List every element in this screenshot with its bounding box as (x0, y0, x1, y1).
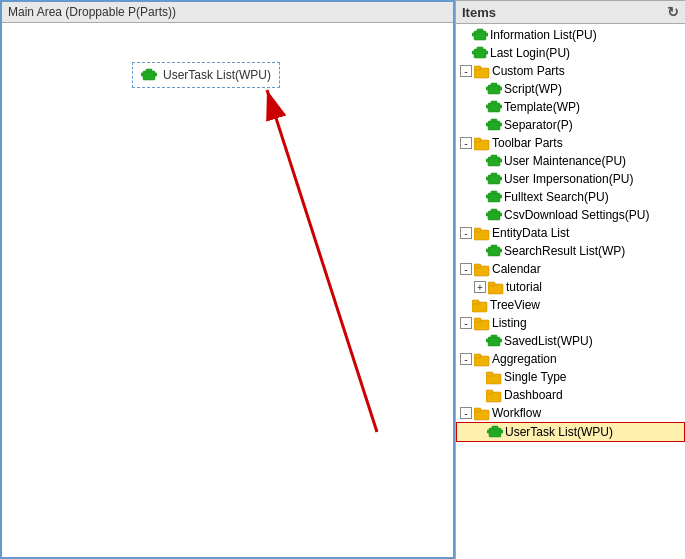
item-label: UserTask List(WPU) (505, 425, 613, 439)
svg-rect-33 (491, 155, 497, 158)
folder-icon (486, 387, 502, 403)
toggle-collapse[interactable]: - (460, 353, 472, 365)
svg-rect-60 (488, 337, 500, 346)
tree-item-separator[interactable]: Separator(P) (456, 116, 685, 134)
item-label: User Impersonation(PU) (504, 172, 633, 186)
toggle-collapse[interactable]: - (460, 65, 472, 77)
tree-item-toolbar-parts[interactable]: - Toolbar Parts (456, 134, 685, 152)
svg-rect-75 (492, 426, 498, 429)
item-label: Information List(PU) (490, 28, 597, 42)
svg-rect-23 (491, 101, 497, 104)
tree-item-single-type[interactable]: Single Type (456, 368, 685, 386)
svg-rect-47 (474, 228, 481, 232)
items-title: Items (462, 5, 496, 20)
svg-rect-32 (499, 159, 502, 162)
svg-rect-71 (474, 408, 481, 412)
drop-item-label: UserTask List(WPU) (163, 68, 271, 82)
tree-item-user-impersonation[interactable]: User Impersonation(PU) (456, 170, 685, 188)
item-label: TreeView (490, 298, 540, 312)
svg-rect-62 (499, 339, 502, 342)
svg-rect-63 (491, 335, 497, 338)
right-panel: Items ↻ Information List(PU) Last Login(… (455, 0, 685, 559)
item-label: SavedList(WPU) (504, 334, 593, 348)
svg-rect-57 (472, 300, 479, 304)
tree-item-fulltext-search[interactable]: Fulltext Search(PU) (456, 188, 685, 206)
component-icon (472, 45, 488, 61)
item-label: Toolbar Parts (492, 136, 563, 150)
svg-rect-29 (474, 138, 481, 142)
svg-rect-34 (488, 175, 500, 184)
svg-rect-65 (474, 354, 481, 358)
svg-rect-37 (491, 173, 497, 176)
svg-rect-1 (141, 73, 144, 76)
item-label: Separator(P) (504, 118, 573, 132)
component-icon (486, 99, 502, 115)
svg-rect-17 (486, 87, 489, 90)
component-icon (486, 207, 502, 223)
svg-rect-53 (474, 264, 481, 268)
right-panel-header: Items ↻ (456, 1, 685, 24)
folder-icon (474, 315, 490, 331)
tree-item-last-login[interactable]: Last Login(PU) (456, 44, 685, 62)
svg-rect-8 (485, 33, 488, 36)
tree-item-script[interactable]: Script(WP) (456, 80, 685, 98)
tree-item-listing[interactable]: - Listing (456, 314, 685, 332)
item-label: Custom Parts (492, 64, 565, 78)
tree-item-searchresult-list[interactable]: SearchResult List(WP) (456, 242, 685, 260)
tree-item-usertask-list[interactable]: UserTask List(WPU) (456, 422, 685, 442)
svg-rect-11 (472, 51, 475, 54)
toggle-collapse[interactable]: - (460, 317, 472, 329)
toggle-collapse[interactable]: - (460, 407, 472, 419)
item-label: Calendar (492, 262, 541, 276)
svg-rect-22 (499, 105, 502, 108)
tree-item-template[interactable]: Template(WP) (456, 98, 685, 116)
tree-item-treeview[interactable]: TreeView (456, 296, 685, 314)
folder-icon (474, 63, 490, 79)
toggle-collapse[interactable]: - (460, 227, 472, 239)
toggle-collapse[interactable]: - (460, 137, 472, 149)
tree-item-aggregation[interactable]: - Aggregation (456, 350, 685, 368)
folder-icon (474, 405, 490, 421)
item-label: Script(WP) (504, 82, 562, 96)
item-label: EntityData List (492, 226, 569, 240)
svg-rect-3 (146, 69, 152, 72)
folder-icon (474, 351, 490, 367)
tree-item-csvdownload-settings[interactable]: CsvDownload Settings(PU) (456, 206, 685, 224)
item-label: Workflow (492, 406, 541, 420)
toggle-collapse[interactable]: - (460, 263, 472, 275)
svg-rect-44 (499, 213, 502, 216)
tree-item-dashboard[interactable]: Dashboard (456, 386, 685, 404)
item-label: CsvDownload Settings(PU) (504, 208, 649, 222)
tree-item-tutorial[interactable]: + tutorial (456, 278, 685, 296)
svg-rect-40 (499, 195, 502, 198)
refresh-button[interactable]: ↻ (667, 4, 679, 20)
svg-rect-49 (486, 249, 489, 252)
drop-item[interactable]: UserTask List(WPU) (132, 62, 280, 88)
tree-item-workflow[interactable]: - Workflow (456, 404, 685, 422)
tree-item-entitydata-list[interactable]: - EntityData List (456, 224, 685, 242)
svg-rect-67 (486, 372, 493, 376)
svg-rect-2 (154, 73, 157, 76)
tree-item-custom-parts[interactable]: - Custom Parts (456, 62, 685, 80)
svg-rect-16 (488, 85, 500, 94)
component-icon (487, 424, 503, 440)
main-area: Main Area (Droppable P(Parts)) UserTask … (0, 0, 455, 559)
svg-rect-74 (500, 430, 503, 433)
svg-rect-19 (491, 83, 497, 86)
component-icon (486, 153, 502, 169)
tree-item-calendar[interactable]: - Calendar (456, 260, 685, 278)
tree-item-savedlist[interactable]: SavedList(WPU) (456, 332, 685, 350)
folder-icon (474, 225, 490, 241)
tree-container[interactable]: Information List(PU) Last Login(PU)- Cus… (456, 24, 685, 559)
tree-item-information-list[interactable]: Information List(PU) (456, 26, 685, 44)
svg-rect-35 (486, 177, 489, 180)
svg-rect-12 (485, 51, 488, 54)
svg-rect-6 (474, 31, 486, 40)
folder-icon (486, 369, 502, 385)
svg-rect-43 (486, 213, 489, 216)
svg-rect-73 (487, 430, 490, 433)
item-label: tutorial (506, 280, 542, 294)
svg-rect-9 (477, 29, 483, 32)
toggle-expand[interactable]: + (474, 281, 486, 293)
tree-item-user-maintenance[interactable]: User Maintenance(PU) (456, 152, 685, 170)
